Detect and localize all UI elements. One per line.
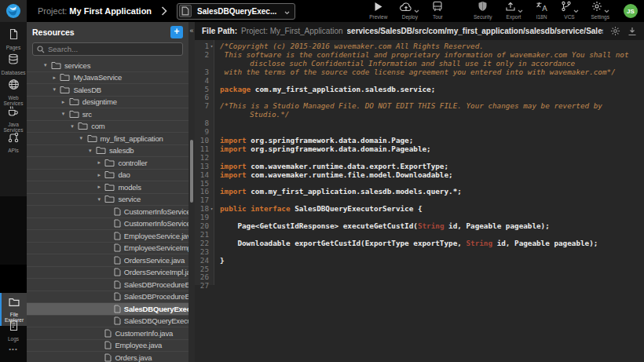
file-icon bbox=[114, 207, 121, 216]
search-input[interactable]: Search... bbox=[32, 42, 183, 56]
tree-file[interactable]: OrdersServiceImpl.java bbox=[27, 267, 188, 280]
code-line[interactable]: 11import org.springframework.data.domain… bbox=[195, 145, 644, 154]
tree-file[interactable]: Orders.java bbox=[27, 352, 188, 362]
tree-folder-src[interactable]: ▾src bbox=[27, 108, 188, 121]
caret-down-icon[interactable]: ▾ bbox=[53, 86, 60, 93]
caret-right-icon[interactable]: ▸ bbox=[97, 159, 104, 166]
code-line[interactable]: 27 bbox=[195, 282, 644, 291]
tree-file[interactable]: Employee.java bbox=[27, 340, 188, 353]
fold-spacer bbox=[209, 102, 214, 119]
rail-item-databases[interactable]: Databases bbox=[0, 53, 27, 75]
tree-folder-salesdb[interactable]: ▾salesdb bbox=[27, 145, 188, 158]
tree-file[interactable]: EmployeeServiceImpl.java bbox=[27, 243, 188, 255]
rail-item-javaservices[interactable]: Java Services bbox=[0, 105, 27, 133]
code-line[interactable]: 8 bbox=[195, 119, 644, 128]
panel-divider[interactable]: « bbox=[188, 22, 195, 362]
tree-file[interactable]: CustomerInfoService.java bbox=[27, 206, 188, 218]
fold-spacer bbox=[209, 214, 214, 222]
code-text bbox=[214, 273, 644, 282]
tree-file[interactable]: CustomerInfoServiceImpl.java bbox=[27, 218, 188, 231]
fold-spacer bbox=[209, 119, 214, 128]
tree-folder-SalesDB[interactable]: ▾SalesDB bbox=[27, 84, 188, 97]
folder-icon bbox=[104, 195, 115, 203]
code-line[interactable]: 23 bbox=[195, 248, 644, 257]
avatar[interactable]: JS bbox=[624, 4, 638, 18]
tree-file[interactable]: OrdersService.java bbox=[27, 254, 188, 267]
fold-arrow-icon[interactable]: ▾ bbox=[209, 42, 214, 51]
wavemaker-logo[interactable] bbox=[0, 0, 27, 22]
code-line[interactable]: 26 bbox=[195, 273, 644, 282]
fold-arrow-icon[interactable]: ▾ bbox=[209, 205, 214, 214]
editor-settings-gear-icon[interactable] bbox=[610, 26, 620, 36]
caret-down-icon[interactable]: ▾ bbox=[62, 111, 69, 117]
databases-icon bbox=[8, 53, 19, 68]
tree-folder-dao[interactable]: ▸dao bbox=[27, 170, 188, 182]
code-line[interactable]: 3 with the terms of the source code lice… bbox=[195, 68, 644, 77]
code-text: public interface SalesDBQueryExecutorSer… bbox=[214, 205, 644, 214]
editor-area: File Path: Project: My_First_Application… bbox=[195, 22, 644, 362]
i18n-button[interactable]: AI18N bbox=[536, 2, 548, 20]
vcs-button[interactable]: VCS bbox=[561, 2, 579, 20]
caret-right-icon[interactable]: ▸ bbox=[97, 184, 104, 190]
security-button[interactable]: Security bbox=[474, 2, 492, 20]
tree-file[interactable]: SalesDBQueryExecutorService.java bbox=[27, 303, 188, 316]
code-text: Page<GetCustIdResponse> executeGetCustId… bbox=[214, 222, 644, 231]
tree-file[interactable]: SalesDBQueryExecutorServiceImpl.java bbox=[27, 316, 188, 328]
code-line[interactable]: 2 This software is the confidential and … bbox=[195, 51, 644, 68]
code-line[interactable]: 20 Page<GetCustIdResponse> executeGetCus… bbox=[195, 222, 644, 231]
download-file-icon[interactable] bbox=[628, 27, 637, 36]
code-line[interactable]: 7/*This is a Studio Managed File. DO NOT… bbox=[195, 102, 644, 119]
rail-divider-block bbox=[0, 265, 27, 294]
caret-down-icon[interactable]: ▾ bbox=[44, 62, 51, 68]
tree-folder-service[interactable]: ▾service bbox=[27, 194, 188, 207]
tree-folder-my_first_application[interactable]: ▾my_first_application bbox=[27, 133, 188, 145]
tour-button[interactable]: Tour bbox=[432, 2, 443, 20]
caret-right-icon[interactable]: ▸ bbox=[62, 99, 69, 105]
code-editor[interactable]: 1▾/*Copyright (c) 2015-2016 wavemaker.co… bbox=[195, 40, 644, 362]
preview-button[interactable]: Preview bbox=[369, 2, 387, 20]
tree-folder-controller[interactable]: ▸controller bbox=[27, 157, 188, 170]
settings-icon bbox=[591, 1, 602, 15]
fold-spacer bbox=[209, 222, 214, 231]
caret-right-icon[interactable]: ▸ bbox=[53, 75, 60, 81]
rail-item-apis[interactable]: APIs bbox=[0, 132, 27, 153]
export-button[interactable]: Export bbox=[505, 2, 523, 20]
tree-file[interactable]: SalesDBProcedureExecutorServiceImpl.java bbox=[27, 291, 188, 304]
settings-button[interactable]: Settings bbox=[591, 2, 610, 20]
tree-file[interactable]: EmployeeService.java bbox=[27, 230, 188, 243]
add-resource-button[interactable]: + bbox=[170, 26, 183, 38]
tree-folder-models[interactable]: ▸models bbox=[27, 181, 188, 194]
rail-item-pages[interactable]: Pages bbox=[0, 28, 27, 50]
tree-file[interactable]: SalesDBProcedureExecutorService.java bbox=[27, 279, 188, 291]
caret-down-icon[interactable]: ▾ bbox=[71, 123, 78, 130]
tree-folder-designtime[interactable]: ▸designtime bbox=[27, 97, 188, 109]
rail-item-webservices[interactable]: Web Services bbox=[0, 79, 27, 106]
wavemaker-logo-icon bbox=[5, 3, 21, 19]
tree-file[interactable]: CustomerInfo.java bbox=[27, 327, 188, 340]
more-options-button[interactable]: ••• bbox=[0, 346, 27, 353]
code-line[interactable]: 14import com.wavemaker.runtime.file.mode… bbox=[195, 171, 644, 180]
tree-item-label: my_first_application bbox=[101, 134, 163, 143]
toolbar-right: SecurityExportAI18NVCSSettings bbox=[467, 2, 616, 20]
caret-down-icon[interactable]: ▾ bbox=[89, 148, 96, 154]
code-line[interactable]: 18▾public interface SalesDBQueryExecutor… bbox=[195, 205, 644, 214]
collapse-panel-button[interactable]: « bbox=[188, 27, 195, 35]
rail-item-logs[interactable]: Logs bbox=[0, 320, 27, 342]
tree-folder-com[interactable]: ▾com bbox=[27, 121, 188, 133]
caret-down-icon[interactable]: ▾ bbox=[80, 135, 87, 141]
tree-scrollbar[interactable] bbox=[190, 140, 193, 203]
code-line[interactable]: 24} bbox=[195, 257, 644, 265]
file-icon bbox=[114, 268, 121, 276]
tree-folder-services[interactable]: ▾services bbox=[27, 60, 188, 72]
code-line[interactable]: 16import com.my_first_application.salesd… bbox=[195, 188, 644, 196]
file-selector-dropdown[interactable]: SalesDBQueryExec... bbox=[177, 3, 295, 20]
code-line[interactable]: 22 Downloadable exportGetCustId(ExportTy… bbox=[195, 240, 644, 248]
tree-folder-MyJavaService[interactable]: ▸MyJavaService bbox=[27, 72, 188, 85]
code-line[interactable]: 25 bbox=[195, 265, 644, 274]
code-line[interactable]: 5package com.my_first_application.salesd… bbox=[195, 86, 644, 94]
caret-down-icon[interactable]: ▾ bbox=[97, 196, 104, 203]
caret-right-icon[interactable]: ▸ bbox=[97, 172, 104, 178]
deploy-button[interactable]: Deploy bbox=[400, 2, 419, 20]
deploy-label: Deploy bbox=[402, 14, 418, 20]
tree-item-label: designtime bbox=[82, 97, 117, 106]
